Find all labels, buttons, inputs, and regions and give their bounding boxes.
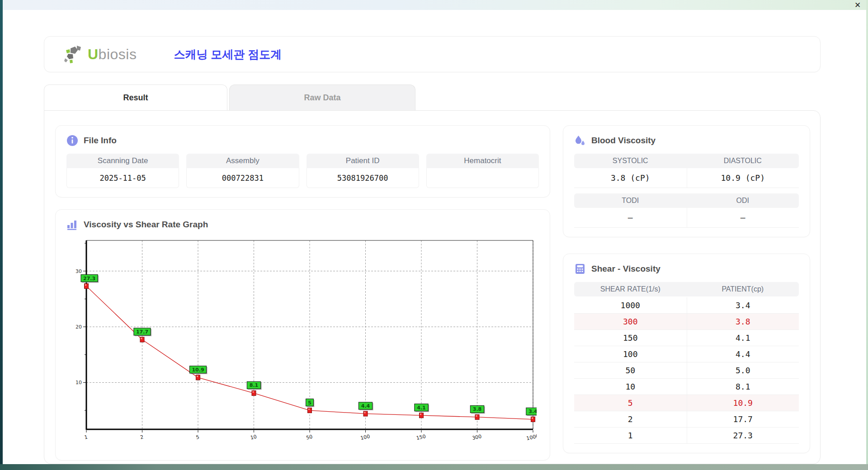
tab-result[interactable]: Result xyxy=(44,85,227,110)
table-row: 127.3 xyxy=(574,428,799,444)
header: Ubiosis 스캐닝 모세관 점도계 xyxy=(44,36,821,72)
diastolic-header: DIASTOLIC xyxy=(687,154,799,168)
patient-cell: 17.7 xyxy=(687,411,799,428)
shear-viscosity-card: Shear - Viscosity SHEAR RATE(1/s) PATIEN… xyxy=(563,254,810,453)
field-assembly: Assembly 000722831 xyxy=(186,154,299,188)
window-frame-bottom xyxy=(0,464,868,470)
shear-rate-cell: 1 xyxy=(574,428,687,444)
shear-rate-cell: 50 xyxy=(574,362,687,379)
svg-text:300: 300 xyxy=(472,433,482,441)
patient-cell: 3.8 xyxy=(687,314,799,330)
table-row: 3003.8 xyxy=(574,314,799,330)
svg-text:2: 2 xyxy=(140,434,144,440)
calculator-icon xyxy=(574,263,586,275)
window-frame-right xyxy=(866,0,868,470)
todi-odi-block: TODI ODI – – xyxy=(574,193,799,228)
info-icon xyxy=(66,135,78,146)
field-value: 53081926700 xyxy=(307,168,419,188)
svg-text:20: 20 xyxy=(75,324,82,330)
field-value: 000722831 xyxy=(186,168,299,188)
svg-text:4.4: 4.4 xyxy=(361,403,370,409)
file-info-fields: Scanning Date 2025-11-05 Assembly 000722… xyxy=(66,154,539,188)
tab-bar: Result Raw Data xyxy=(44,85,821,110)
viscosity-chart: 1020301251050100150300100027.317.710.98.… xyxy=(66,238,539,448)
droplets-icon xyxy=(574,135,586,146)
todi-value: – xyxy=(574,208,687,228)
file-info-card: File Info Scanning Date 2025-11-05 Assem… xyxy=(55,125,550,197)
svg-text:100: 100 xyxy=(360,433,370,441)
blood-viscosity-title: Blood Viscosity xyxy=(591,136,656,146)
svg-text:1: 1 xyxy=(84,434,88,440)
table-row: 217.7 xyxy=(574,411,799,428)
shear-viscosity-title: Shear - Viscosity xyxy=(591,264,660,274)
svg-text:150: 150 xyxy=(416,433,426,441)
ubiosis-logo-text: Ubiosis xyxy=(88,46,137,63)
field-hematocrit: Hematocrit xyxy=(426,154,539,188)
shear-rate-cell: 100 xyxy=(574,346,687,362)
diastolic-value: 10.9 (cP) xyxy=(687,168,799,188)
window-frame-top xyxy=(3,0,868,10)
field-label: Hematocrit xyxy=(426,154,539,168)
table-row: 510.9 xyxy=(574,395,799,411)
app-title-korean: 스캐닝 모세관 점도계 xyxy=(174,47,282,62)
viscosity-graph-card: Viscosity vs Shear Rate Graph 1020301251… xyxy=(55,209,550,461)
logo-biosis: biosis xyxy=(99,46,137,62)
shear-rate-cell: 300 xyxy=(574,314,687,330)
shear-rate-cell: 5 xyxy=(574,395,687,411)
table-row: 1004.4 xyxy=(574,346,799,362)
systolic-value: 3.8 (cP) xyxy=(574,168,687,188)
field-label: Assembly xyxy=(186,154,299,168)
close-icon[interactable]: ✕ xyxy=(853,0,863,9)
patient-column-header: PATIENT(cp) xyxy=(687,282,799,296)
svg-text:1000: 1000 xyxy=(526,433,537,442)
svg-text:10: 10 xyxy=(250,434,257,441)
shear-rate-cell: 150 xyxy=(574,330,687,346)
patient-cell: 4.1 xyxy=(687,330,799,346)
odi-header: ODI xyxy=(687,193,799,208)
shear-rate-column-header: SHEAR RATE(1/s) xyxy=(574,282,687,296)
svg-text:8.1: 8.1 xyxy=(250,382,259,388)
odi-value: – xyxy=(687,208,799,228)
table-row: 108.1 xyxy=(574,379,799,395)
patient-cell: 4.4 xyxy=(687,346,799,362)
svg-text:5: 5 xyxy=(308,400,311,406)
svg-text:50: 50 xyxy=(306,434,313,441)
svg-text:10: 10 xyxy=(75,380,82,385)
ubiosis-logo-icon xyxy=(64,45,85,64)
shear-rate-cell: 2 xyxy=(574,411,687,428)
tab-raw-data[interactable]: Raw Data xyxy=(229,85,415,110)
field-scanning-date: Scanning Date 2025-11-05 xyxy=(66,154,179,188)
shear-rate-cell: 10 xyxy=(574,379,687,395)
svg-text:3.8: 3.8 xyxy=(473,406,482,412)
svg-text:5: 5 xyxy=(195,434,200,440)
todi-header: TODI xyxy=(574,193,687,208)
patient-cell: 3.4 xyxy=(687,297,799,314)
field-patient-id: Patient ID 53081926700 xyxy=(307,154,419,188)
shear-rate-cell: 1000 xyxy=(574,297,687,314)
svg-text:30: 30 xyxy=(75,268,82,274)
blood-viscosity-card: Blood Viscosity SYSTOLIC DIASTOLIC 3.8 (… xyxy=(563,125,810,237)
bar-chart-icon xyxy=(66,219,78,230)
svg-text:27.3: 27.3 xyxy=(83,276,95,282)
svg-text:3.4: 3.4 xyxy=(528,409,537,414)
svg-text:4.1: 4.1 xyxy=(417,405,426,411)
patient-cell: 10.9 xyxy=(687,395,799,411)
field-value: 2025-11-05 xyxy=(66,168,179,188)
field-label: Patient ID xyxy=(307,154,419,168)
svg-text:17.7: 17.7 xyxy=(136,329,148,335)
file-info-title: File Info xyxy=(84,136,117,146)
graph-title: Viscosity vs Shear Rate Graph xyxy=(84,220,208,230)
table-row: 505.0 xyxy=(574,362,799,379)
result-panel: File Info Scanning Date 2025-11-05 Assem… xyxy=(44,110,821,464)
field-label: Scanning Date xyxy=(66,154,179,168)
logo-letter-u: U xyxy=(88,46,99,62)
systolic-header: SYSTOLIC xyxy=(574,154,687,168)
patient-cell: 8.1 xyxy=(687,379,799,395)
table-row: 10003.4 xyxy=(574,297,799,314)
systolic-diastolic-block: SYSTOLIC DIASTOLIC 3.8 (cP) 10.9 (cP) xyxy=(574,154,799,188)
patient-cell: 5.0 xyxy=(687,362,799,379)
field-value xyxy=(426,168,539,188)
app-window: Ubiosis 스캐닝 모세관 점도계 Result Raw Data File… xyxy=(3,10,866,464)
ubiosis-logo: Ubiosis xyxy=(64,45,137,64)
svg-text:10.9: 10.9 xyxy=(192,367,204,373)
